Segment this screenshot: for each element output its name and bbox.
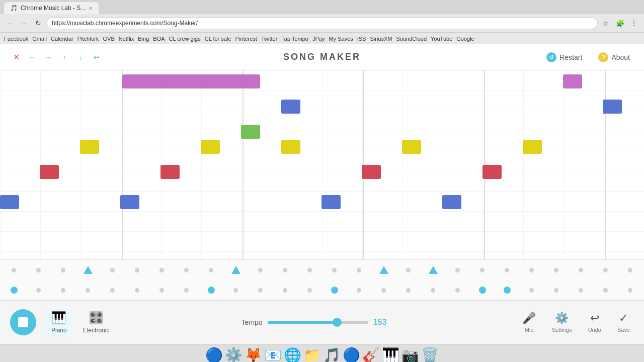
bookmark-jpay[interactable]: JPay — [312, 36, 325, 42]
dock-app11[interactable]: 📷 — [401, 347, 419, 362]
mic-button[interactable]: 🎤 Mic — [518, 310, 540, 335]
dock-finder[interactable]: 🔵 — [205, 347, 223, 362]
bookmark-pinterest[interactable]: Pinterest — [235, 36, 257, 42]
dock-app6[interactable]: 📁 — [303, 347, 321, 362]
nav-down[interactable]: ↓ — [74, 51, 87, 63]
note-13[interactable] — [0, 195, 19, 209]
dock-app10[interactable]: 🎹 — [382, 347, 399, 362]
close-tab-button[interactable]: ✕ — [89, 6, 93, 11]
rhythm-dot-inactive — [283, 288, 287, 293]
nav-back[interactable]: ← — [26, 51, 38, 63]
note-6[interactable] — [281, 140, 300, 154]
address-bar[interactable]: https://musiclab.chromeexperiments.com/S… — [46, 17, 598, 29]
note-4[interactable] — [80, 140, 99, 154]
settings-label: Settings — [552, 327, 572, 333]
bookmark-gvb[interactable]: GVB — [103, 36, 114, 42]
save-button[interactable]: ✓ Save — [613, 310, 634, 335]
forward-button[interactable]: → — [18, 17, 30, 29]
bookmark-facebook[interactable]: Facebook — [4, 36, 28, 42]
note-16[interactable] — [442, 195, 461, 209]
note-14[interactable] — [120, 195, 139, 209]
bookmark-calendar[interactable]: Calendar — [51, 36, 73, 42]
settings-button[interactable]: ⚙️ Settings — [548, 310, 576, 335]
note-5[interactable] — [201, 140, 220, 154]
nav-up[interactable]: ↑ — [58, 51, 70, 63]
nav-enter[interactable]: ↩ — [91, 51, 103, 63]
rhythm-dot-inactive — [159, 288, 164, 293]
electronic-button[interactable]: 🎛️ Electronic — [78, 308, 115, 337]
note-10[interactable] — [160, 165, 180, 179]
dock-app9[interactable]: 🎸 — [362, 347, 380, 362]
menu-button[interactable]: ⋮ — [628, 17, 640, 29]
rhythm-dot — [12, 268, 16, 273]
tempo-slider[interactable] — [268, 321, 368, 324]
dock-app12[interactable]: 🗑️ — [421, 347, 439, 362]
note-2[interactable] — [603, 100, 622, 114]
dock-chrome[interactable]: 🔵 — [343, 347, 360, 362]
rhythm-dot — [307, 268, 312, 273]
about-button[interactable]: ? About — [594, 50, 634, 64]
tab-favicon: 🎵 — [10, 5, 18, 12]
note-12[interactable] — [482, 165, 502, 179]
bookmark-button[interactable]: ☆ — [600, 17, 612, 29]
undo-button[interactable]: ↩ Undo — [584, 310, 605, 335]
note-3[interactable] — [241, 125, 260, 139]
note-9[interactable] — [40, 165, 59, 179]
extensions-button[interactable]: 🧩 — [614, 17, 626, 29]
bookmark-sirius[interactable]: SiriusXM — [370, 36, 392, 42]
grid-area[interactable] — [0, 70, 644, 259]
bookmark-boa[interactable]: BOA — [153, 36, 165, 42]
bookmark-pitchfork[interactable]: Pitchfork — [77, 36, 99, 42]
bookmark-cl-crew[interactable]: CL crew gigs — [169, 36, 201, 42]
piano-button[interactable]: 🎹 Piano — [46, 308, 72, 337]
note-11[interactable] — [362, 165, 381, 179]
dock-app4[interactable]: 📧 — [264, 347, 282, 362]
tempo-thumb[interactable] — [333, 318, 342, 327]
about-icon: ? — [598, 52, 608, 62]
bookmark-iss[interactable]: ISS — [357, 36, 366, 42]
bookmark-youtube[interactable]: YouTube — [431, 36, 452, 42]
rhythm-dot — [529, 268, 534, 273]
bookmark-soundcloud[interactable]: SoundCloud — [396, 36, 427, 42]
rhythm-dot — [406, 268, 411, 273]
note-15[interactable] — [321, 195, 341, 209]
bookmark-bing[interactable]: Bing — [138, 36, 149, 42]
note-17[interactable] — [563, 74, 582, 88]
rhythm-triangle — [379, 266, 388, 274]
header-controls: ↺ Restart ? About — [542, 50, 634, 64]
rhythm-dot — [159, 268, 164, 273]
rhythm-area[interactable] — [0, 259, 644, 300]
bookmark-gmail[interactable]: Gmail — [32, 36, 47, 42]
electronic-label: Electronic — [83, 327, 110, 334]
nav-forward[interactable]: → — [42, 51, 54, 63]
dock-app2[interactable]: ⚙️ — [225, 347, 243, 362]
bookmark-mysaves[interactable]: My Saves — [329, 36, 353, 42]
rhythm-dot — [332, 268, 337, 273]
back-button[interactable]: ← — [4, 17, 16, 29]
rhythm-dot-inactive — [307, 288, 312, 293]
tempo-label: Tempo — [242, 318, 263, 326]
close-button[interactable]: ✕ — [10, 51, 22, 63]
bookmark-cl-sale[interactable]: CL for sale — [205, 36, 231, 42]
settings-icon: ⚙️ — [555, 312, 569, 325]
note-7[interactable] — [402, 140, 421, 154]
rhythm-dot-inactive — [381, 288, 386, 293]
browser-tab[interactable]: 🎵 Chrome Music Lab - S... ✕ — [4, 2, 99, 14]
note-8[interactable] — [523, 140, 542, 154]
rhythm-dot-inactive — [628, 288, 632, 293]
dock-app5[interactable]: 🌐 — [284, 347, 301, 362]
bookmark-taptempo[interactable]: Tap Tempo — [281, 36, 308, 42]
bookmark-google[interactable]: Google — [456, 36, 474, 42]
bookmark-netflix[interactable]: Netflix — [119, 36, 134, 42]
dock-app3[interactable]: 🦊 — [245, 347, 262, 362]
restart-button[interactable]: ↺ Restart — [542, 50, 586, 64]
refresh-button[interactable]: ↻ — [32, 17, 44, 29]
dock-app7[interactable]: 🎵 — [323, 347, 341, 362]
stop-button[interactable] — [10, 309, 36, 335]
grid-canvas[interactable] — [0, 70, 644, 259]
bookmark-twitter[interactable]: Twitter — [261, 36, 277, 42]
note-0[interactable] — [122, 74, 260, 88]
rhythm-dot-inactive — [86, 288, 90, 293]
note-1[interactable] — [281, 100, 300, 114]
undo-icon: ↩ — [590, 312, 599, 325]
